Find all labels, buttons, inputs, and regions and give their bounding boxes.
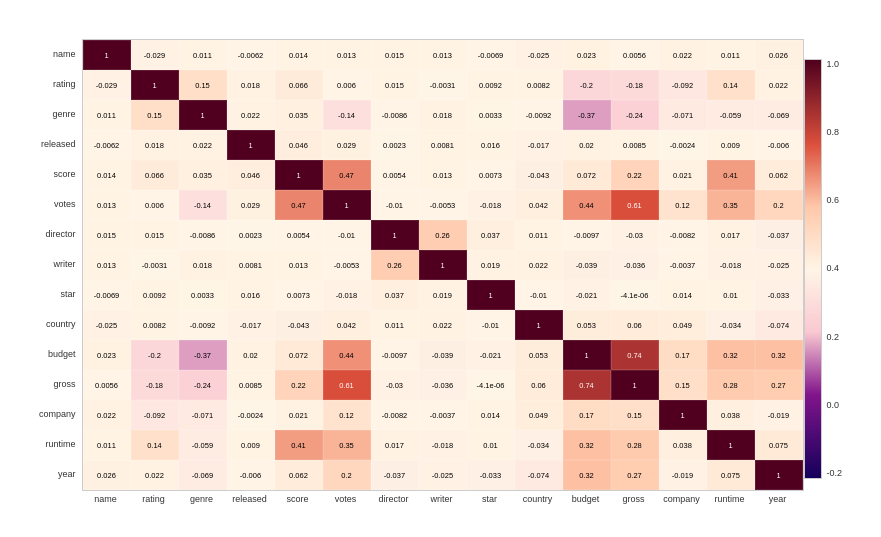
matrix-cell: 1	[275, 160, 323, 190]
matrix-cell: 0.038	[659, 430, 707, 460]
col-labels: nameratinggenrereleasedscorevotesdirecto…	[82, 494, 804, 504]
matrix-cell: 0.35	[707, 190, 755, 220]
matrix-cell: 0.22	[611, 160, 659, 190]
matrix-cell: 0.011	[179, 40, 227, 70]
matrix-cell: 0.029	[323, 130, 371, 160]
matrix-cell: 0.27	[755, 370, 803, 400]
col-label-year: year	[754, 494, 802, 504]
matrix-cell: 0.015	[83, 220, 131, 250]
row-label-votes: votes	[39, 189, 79, 219]
matrix-cell: 0.32	[707, 340, 755, 370]
matrix-cell: 0.0056	[611, 40, 659, 70]
matrix-cell: 0.015	[371, 70, 419, 100]
matrix-cell: 0.0054	[275, 220, 323, 250]
matrix-cell: -0.006	[227, 460, 275, 490]
matrix-cell: 0.015	[371, 40, 419, 70]
colorbar-label: 0.4	[827, 263, 843, 273]
matrix-cell: 1	[371, 220, 419, 250]
matrix-cell: -0.0024	[227, 400, 275, 430]
matrix-cell: 0.053	[515, 340, 563, 370]
matrix-cell: -0.0069	[83, 280, 131, 310]
matrix-cell: 0.74	[563, 370, 611, 400]
matrix-cell: 0.32	[563, 430, 611, 460]
matrix-cell: 0.042	[515, 190, 563, 220]
matrix-cell: 0.011	[371, 310, 419, 340]
col-label-released: released	[226, 494, 274, 504]
matrix-cell: 0.023	[563, 40, 611, 70]
matrix-cell: 0.14	[131, 430, 179, 460]
matrix-cell: 1	[419, 250, 467, 280]
matrix-cell: -0.069	[179, 460, 227, 490]
col-label-rating: rating	[130, 494, 178, 504]
matrix-cell: -0.0031	[131, 250, 179, 280]
matrix-cell: 0.12	[323, 400, 371, 430]
matrix-cell: -0.0062	[83, 130, 131, 160]
matrix-cell: 0.2	[323, 460, 371, 490]
row-label-score: score	[39, 159, 79, 189]
matrix-cell: -0.025	[83, 310, 131, 340]
matrix-cell: 1	[755, 460, 803, 490]
matrix-cell: 1	[179, 100, 227, 130]
matrix-cell: 0.17	[563, 400, 611, 430]
matrix-cell: 0.023	[83, 340, 131, 370]
row-label-writer: writer	[39, 249, 79, 279]
matrix-cell: 0.0054	[371, 160, 419, 190]
matrix-cell: 0.0082	[131, 310, 179, 340]
matrix-cell: 0.014	[467, 400, 515, 430]
matrix-cell: 0.0023	[371, 130, 419, 160]
matrix-cell: 1	[323, 190, 371, 220]
col-label-score: score	[274, 494, 322, 504]
matrix-cell: 0.35	[323, 430, 371, 460]
matrix-cell: 0.26	[371, 250, 419, 280]
matrix-cell: 0.44	[323, 340, 371, 370]
matrix-cell: 0.022	[179, 130, 227, 160]
matrix-cell: 0.014	[83, 160, 131, 190]
matrix-cell: -0.0037	[419, 400, 467, 430]
matrix-cell: 0.022	[659, 40, 707, 70]
matrix-cell: 0.2	[755, 190, 803, 220]
matrix-cell: -0.025	[419, 460, 467, 490]
matrix-cell: 0.022	[131, 460, 179, 490]
col-label-company: company	[658, 494, 706, 504]
matrix-cell: 0.017	[371, 430, 419, 460]
matrix-cell: 0.066	[275, 70, 323, 100]
matrix-cell: -0.18	[131, 370, 179, 400]
matrix-cell: -0.14	[323, 100, 371, 130]
col-label-budget: budget	[562, 494, 610, 504]
colorbar-label: 0.2	[827, 332, 843, 342]
matrix-area: nameratinggenrereleasedscorevotesdirecto…	[39, 33, 804, 504]
row-label-runtime: runtime	[39, 429, 79, 459]
matrix-cell: 0.0085	[611, 130, 659, 160]
matrix-cell: -0.025	[515, 40, 563, 70]
matrix-cell: -0.0082	[659, 220, 707, 250]
matrix-cell: -0.03	[371, 370, 419, 400]
matrix-cell: -0.01	[467, 310, 515, 340]
matrix-cell: -0.036	[419, 370, 467, 400]
matrix-cell: 0.029	[227, 190, 275, 220]
matrix-cell: 1	[515, 310, 563, 340]
matrix-cell: -0.018	[419, 430, 467, 460]
matrix-cell: 0.053	[563, 310, 611, 340]
row-label-star: star	[39, 279, 79, 309]
matrix-cell: -0.029	[131, 40, 179, 70]
matrix-cell: -0.034	[515, 430, 563, 460]
matrix-cell: 0.022	[83, 400, 131, 430]
row-label-released: released	[39, 129, 79, 159]
matrix-cell: -0.0031	[419, 70, 467, 100]
matrix-cell: 0.021	[659, 160, 707, 190]
matrix-cell: 0.013	[83, 250, 131, 280]
matrix-cell: -0.37	[563, 100, 611, 130]
matrix-cell: -0.071	[659, 100, 707, 130]
matrix-cell: -0.0082	[371, 400, 419, 430]
matrix-cell: 0.013	[323, 40, 371, 70]
matrix-cell: 0.019	[419, 280, 467, 310]
row-label-rating: rating	[39, 69, 79, 99]
matrix-cell: 1	[227, 130, 275, 160]
matrix-cell: -0.071	[179, 400, 227, 430]
matrix-cell: 0.12	[659, 190, 707, 220]
matrix-cell: 0.01	[467, 430, 515, 460]
matrix-cell: -0.0086	[179, 220, 227, 250]
matrix-cell: 0.011	[83, 100, 131, 130]
matrix-cell: -0.021	[563, 280, 611, 310]
matrix-cell: -0.01	[323, 220, 371, 250]
